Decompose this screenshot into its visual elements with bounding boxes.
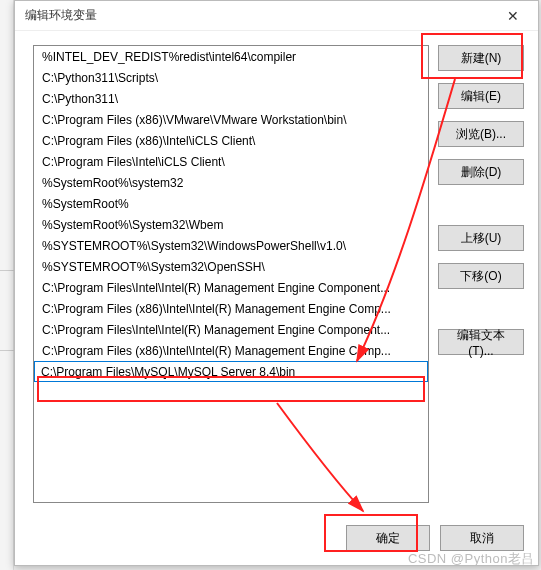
list-item[interactable]: C:\Program Files (x86)\Intel\Intel(R) Ma… — [34, 298, 428, 319]
browse-button[interactable]: 浏览(B)... — [438, 121, 524, 147]
list-item[interactable]: C:\Program Files (x86)\VMware\VMware Wor… — [34, 109, 428, 130]
dialog-content: %INTEL_DEV_REDIST%redist\intel64\compile… — [15, 31, 538, 565]
bg-line — [0, 350, 14, 351]
edit-button[interactable]: 编辑(E) — [438, 83, 524, 109]
list-item[interactable]: C:\Program Files\Intel\iCLS Client\ — [34, 151, 428, 172]
bg-line — [0, 270, 14, 271]
cancel-button[interactable]: 取消 — [440, 525, 524, 551]
new-button[interactable]: 新建(N) — [438, 45, 524, 71]
list-item[interactable]: C:\Program Files (x86)\Intel\Intel(R) Ma… — [34, 340, 428, 361]
move-up-button[interactable]: 上移(U) — [438, 225, 524, 251]
titlebar: 编辑环境变量 ✕ — [15, 1, 538, 31]
list-item-editing[interactable] — [34, 361, 428, 382]
move-down-button[interactable]: 下移(O) — [438, 263, 524, 289]
list-item[interactable]: %SystemRoot% — [34, 193, 428, 214]
close-icon: ✕ — [507, 8, 519, 24]
edit-env-dialog: 编辑环境变量 ✕ %INTEL_DEV_REDIST%redist\intel6… — [14, 0, 539, 566]
dialog-title: 编辑环境变量 — [25, 7, 97, 24]
edit-text-button[interactable]: 编辑文本(T)... — [438, 329, 524, 355]
list-item[interactable]: C:\Program Files\Intel\Intel(R) Manageme… — [34, 319, 428, 340]
ok-button[interactable]: 确定 — [346, 525, 430, 551]
button-column: 新建(N) 编辑(E) 浏览(B)... 删除(D) 上移(U) 下移(O) 编… — [438, 45, 524, 355]
delete-button[interactable]: 删除(D) — [438, 159, 524, 185]
path-edit-input[interactable] — [34, 361, 428, 382]
background-strip — [0, 0, 14, 570]
path-listbox[interactable]: %INTEL_DEV_REDIST%redist\intel64\compile… — [33, 45, 429, 503]
list-item[interactable]: C:\Python311\Scripts\ — [34, 67, 428, 88]
list-item[interactable]: C:\Python311\ — [34, 88, 428, 109]
list-item[interactable]: %SYSTEMROOT%\System32\WindowsPowerShell\… — [34, 235, 428, 256]
list-item[interactable]: C:\Program Files\Intel\Intel(R) Manageme… — [34, 277, 428, 298]
bottom-buttons: 确定 取消 — [346, 525, 524, 551]
list-item[interactable]: %SystemRoot%\System32\Wbem — [34, 214, 428, 235]
list-item[interactable]: %SystemRoot%\system32 — [34, 172, 428, 193]
list-item[interactable]: C:\Program Files (x86)\Intel\iCLS Client… — [34, 130, 428, 151]
list-item[interactable]: %INTEL_DEV_REDIST%redist\intel64\compile… — [34, 46, 428, 67]
list-item[interactable]: %SYSTEMROOT%\System32\OpenSSH\ — [34, 256, 428, 277]
close-button[interactable]: ✕ — [492, 3, 534, 29]
